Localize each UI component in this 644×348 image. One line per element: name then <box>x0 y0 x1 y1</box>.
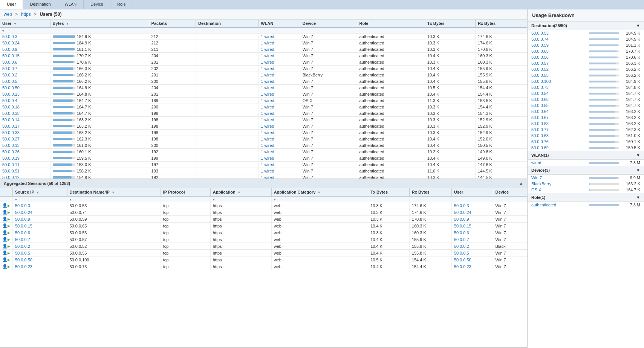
breakdown-label[interactable]: 50.0.0.100 <box>531 79 587 84</box>
breakdown-label[interactable]: 50.0.0.55 <box>531 73 587 78</box>
ip-link[interactable]: 50.0.0.7 <box>15 237 30 242</box>
breakdown-device-header[interactable]: Device(3) ▼ <box>528 166 644 175</box>
wlan-link[interactable]: 1 wired <box>261 118 274 122</box>
breakdown-label[interactable]: 50.0.0.73 <box>531 85 587 90</box>
user-link[interactable]: 50.0.0.11 <box>2 162 20 167</box>
wlan-link[interactable]: 1 wired <box>261 150 274 154</box>
breakdown-label[interactable]: 50.0.0.83 <box>531 121 587 126</box>
wlan-link[interactable]: 1 wired <box>261 85 274 90</box>
wlan-link[interactable]: 1 wired <box>261 92 274 96</box>
user-link[interactable]: 50.0.0.9 <box>2 47 17 52</box>
user-link[interactable]: 50.0.0.18 <box>2 105 20 109</box>
col-rx-bytes[interactable]: Rx Bytes <box>475 20 527 27</box>
breakdown-label[interactable]: 50.0.0.54 <box>531 91 587 96</box>
breakdown-label[interactable]: 50.0.0.52 <box>531 67 587 72</box>
breakdown-role-header[interactable]: Role(1) ▼ <box>528 193 644 202</box>
ip-link[interactable]: 50.0.0.15 <box>454 224 471 228</box>
ip-link[interactable]: 50.0.0.50 <box>15 258 32 262</box>
wlan-link[interactable]: 1 wired <box>261 162 274 167</box>
ip-link[interactable]: 50.0.0.15 <box>15 224 32 228</box>
wlan-link[interactable]: 1 wired <box>261 130 274 135</box>
ip-link[interactable]: 50.0.0.50 <box>454 258 471 262</box>
breakdown-label[interactable]: 50.0.0.85 <box>531 103 587 108</box>
agg-col-device[interactable]: Device <box>493 188 527 196</box>
wlan-link[interactable]: 1 wired <box>261 169 274 173</box>
breakdown-label[interactable]: 50.0.0.67 <box>531 115 587 120</box>
col-role[interactable]: Role <box>357 20 425 27</box>
tab-role[interactable]: Role <box>110 0 133 9</box>
ip-link[interactable]: 50.0.0.5 <box>15 251 30 255</box>
user-link[interactable]: 50.0.0.26 <box>2 150 20 154</box>
wlan-link[interactable]: 1 wired <box>261 111 274 116</box>
ip-link[interactable]: 50.0.0.9 <box>454 217 469 221</box>
col-tx-bytes[interactable]: Tx Bytes <box>425 20 475 27</box>
breakdown-label[interactable]: 50.0.0.77 <box>531 127 587 132</box>
ip-link[interactable]: 50.0.0.23 <box>454 264 471 269</box>
ip-link[interactable]: 50.0.0.2 <box>15 244 30 249</box>
col-user[interactable]: User ▼ <box>0 20 50 27</box>
wlan-link[interactable]: 1 wired <box>261 41 274 45</box>
breakdown-label[interactable]: 50.0.0.69 <box>531 145 587 150</box>
ip-link[interactable]: 50.0.0.3 <box>454 203 469 208</box>
user-link[interactable]: 50.0.0.2 <box>2 73 17 77</box>
wlan-link[interactable]: 1 wired <box>261 137 274 141</box>
user-link[interactable]: 50.0.0.24 <box>2 41 20 45</box>
breakdown-label[interactable]: wired <box>531 160 587 165</box>
wlan-link[interactable]: 1 wired <box>261 156 274 160</box>
breakdown-label[interactable]: 50.0.0.74 <box>531 37 587 41</box>
wlan-link[interactable]: 1 wired <box>261 124 274 128</box>
wlan-link[interactable]: 1 wired <box>261 175 274 179</box>
breakdown-label[interactable]: 50.0.0.68 <box>531 97 587 102</box>
breakdown-label[interactable]: Win 7 <box>531 176 587 180</box>
tab-wlan[interactable]: WLAN <box>58 0 84 9</box>
user-link[interactable]: 50.0.0.7 <box>2 66 17 71</box>
col-wlan[interactable]: WLAN <box>259 20 300 27</box>
wlan-link[interactable]: 1 wired <box>261 79 274 84</box>
col-bytes[interactable]: Bytes ▼ <box>50 20 149 27</box>
user-link[interactable]: 50.0.0.3 <box>2 34 17 39</box>
agg-col-tx[interactable]: Tx Bytes <box>368 188 410 196</box>
ip-link[interactable]: 50.0.0.9 <box>15 217 30 221</box>
breakdown-label[interactable]: 50.0.0.59 <box>531 43 587 47</box>
user-link[interactable]: 50.0.0.50 <box>2 85 20 90</box>
breakdown-wlan-chevron[interactable]: ▼ <box>636 153 640 157</box>
breakdown-destination-header[interactable]: Destination(25/50) ▼ <box>528 21 644 30</box>
wlan-link[interactable]: 1 wired <box>261 60 274 64</box>
agg-col-user[interactable]: User <box>451 188 493 196</box>
ip-link[interactable]: 50.0.0.2 <box>454 244 469 249</box>
wlan-link[interactable]: 1 wired <box>261 143 274 148</box>
breakdown-label[interactable]: 50.0.0.63 <box>531 133 587 138</box>
user-link[interactable]: 50.0.0.6 <box>2 60 17 64</box>
breakdown-label[interactable]: 50.0.0.57 <box>531 61 587 66</box>
ip-link[interactable]: 50.0.0.5 <box>454 251 469 255</box>
ip-link[interactable]: 50.0.0.24 <box>15 210 32 215</box>
wlan-link[interactable]: 1 wired <box>261 53 274 58</box>
user-link[interactable]: 50.0.0.12 <box>2 175 20 179</box>
user-link[interactable]: 50.0.0.13 <box>2 143 20 148</box>
user-link[interactable]: 50.0.0.14 <box>2 118 20 122</box>
agg-col-dest[interactable]: Destination Name/IP ▼ <box>67 188 161 196</box>
breakdown-label[interactable]: 50.0.0.56 <box>531 55 587 60</box>
tab-device[interactable]: Device <box>84 0 110 9</box>
ip-link[interactable]: 50.0.0.6 <box>15 230 30 235</box>
col-destination[interactable]: Destination <box>196 20 259 27</box>
breadcrumb-https[interactable]: https <box>21 12 31 17</box>
user-link[interactable]: 50.0.0.27 <box>2 137 20 141</box>
breakdown-label[interactable]: BlackBerry <box>531 182 587 186</box>
ip-link[interactable]: 50.0.0.6 <box>454 230 469 235</box>
user-link[interactable]: 50.0.0.4 <box>2 98 17 103</box>
agg-col-proto[interactable]: IP Protocol <box>161 188 210 196</box>
col-packets[interactable]: Packets <box>149 20 196 27</box>
wlan-link[interactable]: 1 wired <box>261 105 274 109</box>
breakdown-label[interactable]: 50.0.0.65 <box>531 49 587 53</box>
wlan-link[interactable]: 1 wired <box>261 47 274 52</box>
breakdown-label[interactable]: OS X <box>531 188 587 192</box>
user-link[interactable]: 50.0.0.15 <box>2 53 20 58</box>
user-link[interactable]: 50.0.0.17 <box>2 124 20 128</box>
ip-link[interactable]: 50.0.0.3 <box>15 203 30 208</box>
breakdown-label[interactable]: 50.0.0.76 <box>531 139 587 144</box>
user-link[interactable]: 50.0.0.51 <box>2 169 20 173</box>
breakdown-device-chevron[interactable]: ▼ <box>636 168 640 172</box>
breakdown-label[interactable]: 50.0.0.64 <box>531 109 587 114</box>
col-device[interactable]: Device <box>300 20 357 27</box>
